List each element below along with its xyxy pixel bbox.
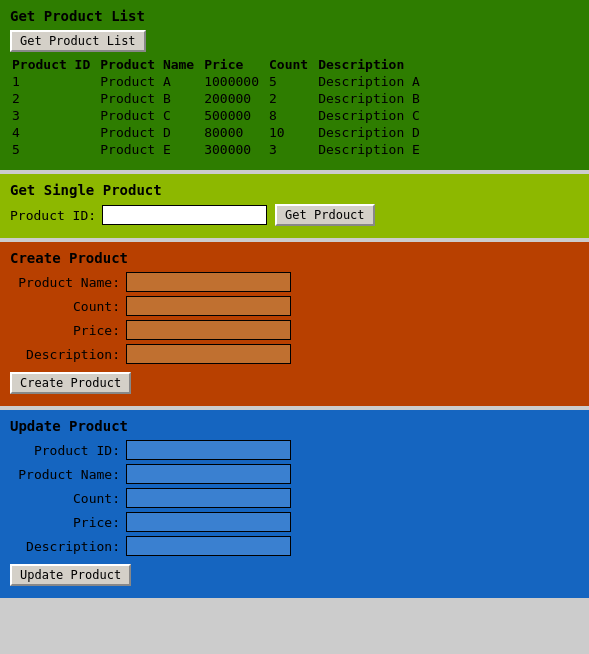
create-product-name-label: Product Name: [10,275,120,290]
table-cell-name: Product B [98,90,202,107]
create-price-label: Price: [10,323,120,338]
table-cell-price: 80000 [202,124,267,141]
create-description-input[interactable] [126,344,291,364]
create-description-label: Description: [10,347,120,362]
table-row: 5Product E3000003Description E [10,141,428,158]
table-cell-count: 5 [267,73,316,90]
create-product-button[interactable]: Create Product [10,372,131,394]
create-count-input[interactable] [126,296,291,316]
col-header-name: Product Name [98,56,202,73]
table-cell-price: 300000 [202,141,267,158]
single-product-label: Product ID: [10,208,96,223]
table-cell-name: Product E [98,141,202,158]
update-product-section: Update Product Product ID:Product Name:C… [0,410,589,598]
update-product-id-label: Product ID: [10,443,120,458]
update-product-title: Update Product [10,418,579,434]
table-cell-count: 10 [267,124,316,141]
table-cell-count: 3 [267,141,316,158]
update-product-button[interactable]: Update Product [10,564,131,586]
table-cell-description: Description E [316,141,428,158]
get-product-list-title: Get Product List [10,8,579,24]
col-header-count: Count [267,56,316,73]
table-cell-description: Description C [316,107,428,124]
create-product-title: Create Product [10,250,579,266]
table-cell-count: 8 [267,107,316,124]
create-count-row: Count: [10,296,579,316]
get-product-list-button[interactable]: Get Product List [10,30,146,52]
table-cell-description: Description D [316,124,428,141]
get-single-product-button[interactable]: Get Prdouct [275,204,374,226]
col-header-id: Product ID [10,56,98,73]
update-product-name-row: Product Name: [10,464,579,484]
table-cell-count: 2 [267,90,316,107]
table-row: 1Product A10000005Description A [10,73,428,90]
col-header-description: Description [316,56,428,73]
update-count-input[interactable] [126,488,291,508]
col-header-price: Price [202,56,267,73]
table-cell-price: 1000000 [202,73,267,90]
table-row: 4Product D8000010Description D [10,124,428,141]
update-product-id-input[interactable] [126,440,291,460]
update-count-label: Count: [10,491,120,506]
table-cell-description: Description B [316,90,428,107]
update-price-row: Price: [10,512,579,532]
get-product-list-section: Get Product List Get Product List Produc… [0,0,589,170]
table-cell-id: 3 [10,107,98,124]
get-single-product-section: Get Single Product Product ID: Get Prdou… [0,174,589,238]
table-cell-id: 4 [10,124,98,141]
single-product-row: Product ID: Get Prdouct [10,204,579,226]
table-cell-id: 5 [10,141,98,158]
table-cell-id: 1 [10,73,98,90]
table-cell-name: Product C [98,107,202,124]
update-product-name-input[interactable] [126,464,291,484]
table-cell-price: 500000 [202,107,267,124]
get-single-product-title: Get Single Product [10,182,579,198]
update-product-id-row: Product ID: [10,440,579,460]
table-cell-id: 2 [10,90,98,107]
product-table: Product ID Product Name Price Count Desc… [10,56,428,158]
single-product-id-input[interactable] [102,205,267,225]
create-product-name-row: Product Name: [10,272,579,292]
create-product-name-input[interactable] [126,272,291,292]
update-description-row: Description: [10,536,579,556]
table-cell-name: Product D [98,124,202,141]
table-row: 3Product C5000008Description C [10,107,428,124]
update-price-label: Price: [10,515,120,530]
table-row: 2Product B2000002Description B [10,90,428,107]
table-cell-description: Description A [316,73,428,90]
update-count-row: Count: [10,488,579,508]
create-price-input[interactable] [126,320,291,340]
create-price-row: Price: [10,320,579,340]
create-count-label: Count: [10,299,120,314]
create-product-section: Create Product Product Name:Count:Price:… [0,242,589,406]
table-cell-name: Product A [98,73,202,90]
update-description-label: Description: [10,539,120,554]
update-description-input[interactable] [126,536,291,556]
update-product-name-label: Product Name: [10,467,120,482]
table-cell-price: 200000 [202,90,267,107]
create-description-row: Description: [10,344,579,364]
update-price-input[interactable] [126,512,291,532]
